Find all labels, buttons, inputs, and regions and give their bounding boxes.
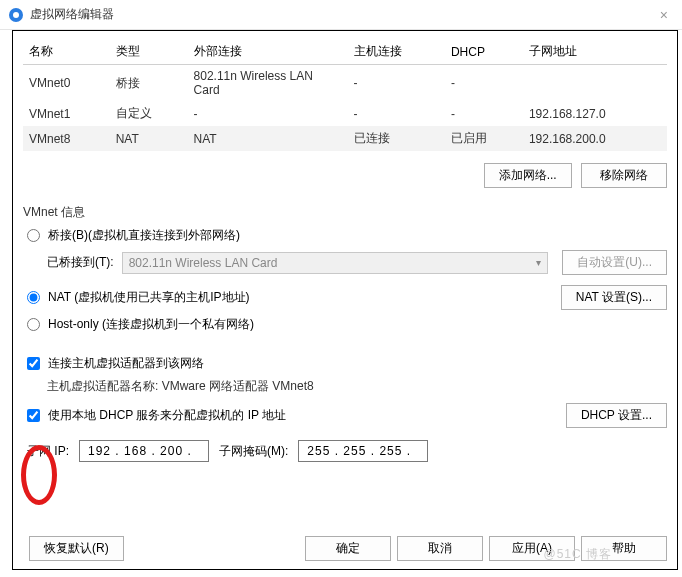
ok-button[interactable]: 确定 xyxy=(305,536,391,561)
nat-settings-button[interactable]: NAT 设置(S)... xyxy=(561,285,667,310)
close-icon[interactable]: × xyxy=(654,7,674,23)
window-title: 虚拟网络编辑器 xyxy=(30,6,654,23)
remove-network-button[interactable]: 移除网络 xyxy=(581,163,667,188)
bridged-to-label: 已桥接到(T): xyxy=(47,254,114,271)
cancel-button[interactable]: 取消 xyxy=(397,536,483,561)
chevron-down-icon: ▾ xyxy=(536,257,541,268)
hostonly-radio[interactable] xyxy=(27,318,40,331)
nat-radio-label[interactable]: NAT (虚拟机使用已共享的主机IP地址) xyxy=(48,289,250,306)
col-type[interactable]: 类型 xyxy=(110,39,188,65)
col-subnet[interactable]: 子网地址 xyxy=(523,39,667,65)
svg-point-1 xyxy=(13,12,19,18)
auto-settings-button: 自动设置(U)... xyxy=(562,250,667,275)
table-row[interactable]: VMnet8 NAT NAT 已连接 已启用 192.168.200.0 xyxy=(23,126,667,151)
hostonly-radio-label[interactable]: Host-only (连接虚拟机到一个私有网络) xyxy=(48,316,254,333)
bridge-radio-label[interactable]: 桥接(B)(虚拟机直接连接到外部网络) xyxy=(48,227,240,244)
col-ext[interactable]: 外部连接 xyxy=(188,39,348,65)
use-dhcp-checkbox[interactable] xyxy=(27,409,40,422)
apply-button[interactable]: 应用(A) xyxy=(489,536,575,561)
dialog-body: 名称 类型 外部连接 主机连接 DHCP 子网地址 VMnet0 桥接 802.… xyxy=(12,30,678,570)
host-adapter-name: 主机虚拟适配器名称: VMware 网络适配器 VMnet8 xyxy=(47,378,667,395)
table-row[interactable]: VMnet1 自定义 - - - 192.168.127.0 xyxy=(23,101,667,126)
subnet-ip-label: 子网 IP: xyxy=(27,443,69,460)
table-row[interactable]: VMnet0 桥接 802.11n Wireless LAN Card - - xyxy=(23,65,667,102)
bridge-radio[interactable] xyxy=(27,229,40,242)
app-icon xyxy=(8,7,24,23)
connect-host-checkbox[interactable] xyxy=(27,357,40,370)
connect-host-label[interactable]: 连接主机虚拟适配器到该网络 xyxy=(48,355,204,372)
subnet-mask-label: 子网掩码(M): xyxy=(219,443,288,460)
subnet-ip-input[interactable] xyxy=(79,440,209,462)
col-name[interactable]: 名称 xyxy=(23,39,110,65)
nat-radio[interactable] xyxy=(27,291,40,304)
use-dhcp-label[interactable]: 使用本地 DHCP 服务来分配虚拟机的 IP 地址 xyxy=(48,407,286,424)
networks-table[interactable]: 名称 类型 外部连接 主机连接 DHCP 子网地址 VMnet0 桥接 802.… xyxy=(23,39,667,151)
add-network-button[interactable]: 添加网络... xyxy=(484,163,572,188)
subnet-mask-input[interactable] xyxy=(298,440,428,462)
dhcp-settings-button[interactable]: DHCP 设置... xyxy=(566,403,667,428)
titlebar: 虚拟网络编辑器 × xyxy=(0,0,682,30)
bridged-card-combo[interactable]: 802.11n Wireless LAN Card ▾ xyxy=(122,252,549,274)
col-host[interactable]: 主机连接 xyxy=(348,39,445,65)
restore-defaults-button[interactable]: 恢复默认(R) xyxy=(29,536,124,561)
section-title: VMnet 信息 xyxy=(23,204,667,221)
col-dhcp[interactable]: DHCP xyxy=(445,39,523,65)
help-button[interactable]: 帮助 xyxy=(581,536,667,561)
